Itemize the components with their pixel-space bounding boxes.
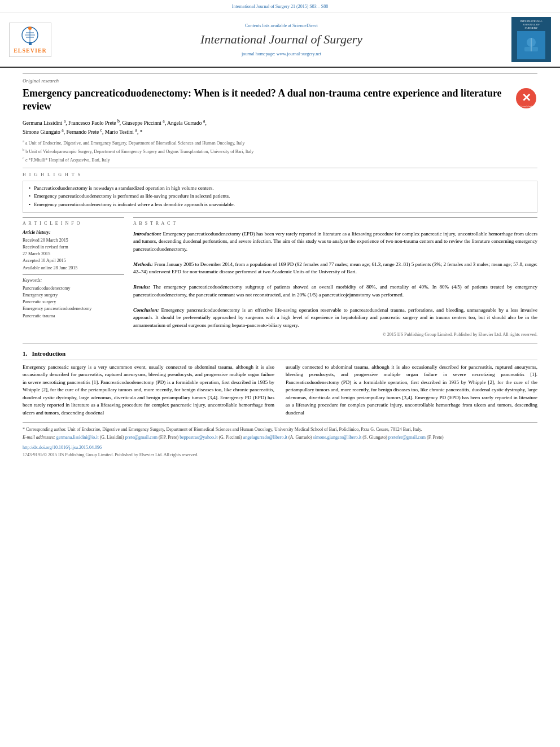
article-info-label: A R T I C L E I N F O	[23, 220, 124, 226]
email-fprete[interactable]: pretefer@gmail.com	[388, 435, 426, 440]
conclusion-label: Conclusion:	[133, 307, 159, 313]
received-revised-label: Received in revised form	[23, 244, 124, 250]
journal-header: ELSEVIER Contents lists available at Sci…	[0, 12, 560, 68]
intro-left-column: Emergency pancreatic surgery is a very u…	[23, 364, 274, 417]
article-title: Emergency pancreaticoduodenectomy: When …	[23, 87, 509, 113]
cover-title-text: INTERNATIONALJOURNAL OFSURGERY	[520, 20, 542, 30]
main-content: Original research Emergency pancreaticod…	[0, 68, 560, 464]
email-label: E-mail addresses:	[23, 435, 55, 440]
email-prete-name: (F.P. Prete)	[159, 435, 178, 440]
article-info-section: A R T I C L E I N F O Article history: R…	[23, 217, 124, 270]
svg-text:✕: ✕	[522, 91, 531, 104]
revised-date: 27 March 2015	[23, 251, 124, 257]
author-mario: Mario Testini a, *	[105, 129, 143, 135]
accepted-date: Accepted 10 April 2015	[23, 257, 124, 264]
available-date: Available online 28 June 2015	[23, 265, 124, 271]
email-gurrado-name: (A. Gurrado)	[288, 435, 312, 440]
journal-homepage: journal homepage: www.journal-surgery.ne…	[51, 51, 511, 57]
email-footnote: E-mail addresses: germana.lissidini@io.i…	[23, 434, 537, 440]
received-date: Received 20 March 2015	[23, 237, 124, 243]
article-body-columns: A R T I C L E I N F O Article history: R…	[23, 217, 537, 338]
email-lissidini-name: (G. Lissidini)	[100, 435, 124, 440]
author-germana: Germana Lissidini a,	[23, 120, 68, 126]
copyright-text: © 2015 IJS Publishing Group Limited. Pub…	[133, 331, 537, 338]
intro-right-column: usually connected to abdominal trauma, a…	[286, 364, 537, 417]
highlights-header: H I G H L I G H T S	[23, 168, 537, 178]
intro-left-text: Emergency pancreatic surgery is a very u…	[23, 364, 274, 417]
journal-center-info: Contents lists available at ScienceDirec…	[51, 23, 511, 57]
keyword-4: Emergency pancreaticoduodenectomy	[23, 305, 124, 312]
bullet-icon: •	[29, 193, 30, 200]
email-giungato-name: (S. Giungato)	[362, 435, 387, 440]
abstract-column: A B S T R A C T Introduction: Emergency …	[133, 217, 537, 338]
author-simone: Simone Giungato a,	[23, 129, 66, 135]
abstract-section: A B S T R A C T Introduction: Emergency …	[133, 217, 537, 338]
svg-text:CrossMark: CrossMark	[520, 105, 533, 108]
bullet-icon: •	[29, 185, 30, 192]
bullet-icon: •	[29, 201, 30, 208]
footnotes-area: * Corresponding author. Unit of Endocrin…	[23, 422, 537, 458]
intro-columns: Emergency pancreatic surgery is a very u…	[23, 364, 537, 417]
highlights-box: • Pancreaticoduodenectomy is nowadays a …	[23, 181, 537, 213]
authors-line: Germana Lissidini a, Francesco Paolo Pre…	[23, 118, 537, 137]
svg-point-6	[28, 27, 32, 30]
email-prete[interactable]: prete@gmail.com	[125, 435, 158, 440]
introduction-section: 1. Introduction Emergency pancreatic sur…	[23, 350, 537, 458]
author-angela: Angela Gurrado a,	[167, 120, 207, 126]
elsevier-logo: ELSEVIER	[9, 23, 51, 57]
author-francesco: Francesco Paolo Prete b,	[68, 120, 123, 126]
cover-art-icon	[520, 37, 542, 54]
cover-graphic	[517, 31, 545, 59]
methods-text: From January 2005 to December 2014, from…	[133, 261, 537, 275]
methods-label: Methods:	[133, 261, 153, 267]
article-title-row: Emergency pancreaticoduodenectomy: When …	[23, 87, 537, 113]
results-text: The emergency pancreaticoduodenectomy su…	[133, 284, 537, 298]
keyword-1: Pancreaticoduodenectomy	[23, 285, 124, 291]
history-title: Article history:	[23, 229, 124, 235]
doi-link[interactable]: http://dx.doi.org/10.1016/j.ijsu.2015.04…	[23, 444, 537, 451]
journal-title: International Journal of Surgery	[51, 31, 511, 49]
intro-heading: 1. Introduction	[23, 350, 537, 360]
keywords-section: Keywords: Pancreaticoduodenectomy Emerge…	[23, 274, 124, 319]
elsevier-wordmark: ELSEVIER	[14, 47, 47, 55]
abstract-text: Introduction: Emergency pancreaticoduode…	[133, 230, 537, 330]
article-type: Original research	[23, 73, 537, 85]
conclusion-text: Emergency pancreaticoduodenectomy is an …	[133, 307, 537, 328]
email-lissidini[interactable]: germana.lissidini@io.it	[56, 435, 99, 440]
sciencedirect-link[interactable]: Contents lists available at ScienceDirec…	[51, 23, 511, 29]
email-piccinni-name: (G. Piccinni)	[218, 435, 242, 440]
issn-text: 1743-9191/© 2015 IJS Publishing Group Li…	[23, 452, 537, 458]
keyword-5: Pancreatic trauma	[23, 313, 124, 319]
elsevier-tree-icon	[15, 25, 46, 46]
intro-text: Emergency pancreaticoduodenectomy (EPD) …	[133, 231, 537, 252]
keyword-3: Pancreatic surgery	[23, 299, 124, 305]
author-fernando: Fernando Prete c,	[66, 129, 104, 135]
affiliations: a a Unit of Endocrine, Digestive, and Em…	[23, 138, 537, 163]
article-info-column: A R T I C L E I N F O Article history: R…	[23, 217, 124, 338]
email-piccinni[interactable]: beppestras@yahoo.it	[180, 435, 217, 440]
email-fprete-name: (F. Prete)	[427, 435, 444, 440]
corresponding-footnote: * Corresponding author. Unit of Endocrin…	[23, 426, 537, 433]
abstract-label: A B S T R A C T	[133, 220, 537, 226]
keywords-label: Keywords:	[23, 277, 124, 283]
keyword-2: Emergency surgery	[23, 292, 124, 298]
results-label: Results:	[133, 284, 150, 290]
author-giuseppe: Giuseppe Piccinni a,	[123, 120, 168, 126]
crossmark-icon[interactable]: ✕ CrossMark	[515, 87, 537, 110]
intro-right-text: usually connected to abdominal trauma, a…	[286, 364, 537, 417]
highlight-item-1: • Pancreaticoduodenectomy is nowadays a …	[29, 185, 531, 192]
highlight-item-3: • Emergency pancreaticoduodenectomy is i…	[29, 201, 531, 208]
intro-label: Introduction:	[133, 231, 161, 237]
affiliation-b: b b Unit of Videolaparoscopic Surgery, D…	[23, 147, 537, 155]
journal-cover-image: INTERNATIONALJOURNAL OFSURGERY	[511, 17, 551, 62]
affiliation-a: a a Unit of Endocrine, Digestive, and Em…	[23, 138, 537, 147]
section-divider	[23, 343, 537, 344]
highlight-item-2: • Emergency pancreaticoduodenectomy is p…	[29, 193, 531, 200]
email-gurrado[interactable]: angelagurrado@libero.it	[243, 435, 287, 440]
email-giungato[interactable]: simone.giungato@libero.it	[313, 435, 362, 440]
affiliation-c: c c *F.Miulli* Hospital of Acquaviva, Ba…	[23, 155, 537, 164]
top-bar: International Journal of Surgery 21 (201…	[0, 0, 560, 12]
journal-citation: International Journal of Surgery 21 (201…	[232, 4, 329, 9]
